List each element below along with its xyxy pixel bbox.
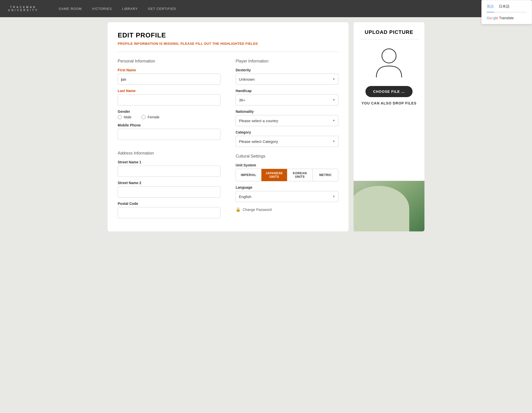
form-columns: Personal Information First Name Last Nam… [118, 59, 338, 222]
postal-label: Postal Code [118, 202, 220, 206]
street1-input[interactable] [118, 166, 220, 177]
dexterity-wrapper: Unknown ▼ [236, 74, 338, 85]
personal-info-column: Personal Information First Name Last Nam… [118, 59, 220, 222]
form-divider [118, 52, 338, 52]
gender-female-label: Female [148, 115, 159, 119]
handicap-label: Handicap [236, 89, 338, 93]
drop-files-text: YOU CAN ALSO DROP FILES [360, 101, 418, 105]
change-password-row[interactable]: 🔒 Change Password [236, 207, 338, 212]
address-section-title: Address Information [118, 151, 220, 156]
gender-female-radio[interactable] [141, 115, 146, 119]
address-section: Address Information Street Name 1 Street… [118, 151, 220, 222]
translate-popup: 英語 日本語 Google Translate [481, 0, 532, 24]
nationality-select[interactable]: Please select a country [236, 115, 338, 126]
unit-label: Unit System [236, 163, 338, 167]
upload-divider [360, 39, 418, 39]
upload-title: UPLOAD PICTURE [360, 29, 418, 35]
lock-icon: 🔒 [236, 207, 241, 212]
google-translate-label: Google Translate [487, 16, 527, 20]
profile-warning: PROFILE INFORMATION IS MISSING, PLEASE F… [118, 42, 338, 46]
golf-background [354, 181, 424, 231]
last-name-label: Last Name [118, 89, 220, 93]
language-wrapper: English ▼ [236, 191, 338, 202]
language-select[interactable]: English [236, 191, 338, 202]
unit-japanese-button[interactable]: JAPANESEUNITS [261, 169, 287, 181]
dexterity-label: Dexterity [236, 68, 338, 72]
avatar-container [360, 45, 418, 80]
street2-input[interactable] [118, 186, 220, 198]
gender-row: Male Female [118, 115, 220, 119]
form-card: EDIT PROFILE PROFILE INFORMATION IS MISS… [108, 22, 349, 231]
tab-japanese[interactable]: 日本語 [499, 4, 509, 10]
unit-metric-button[interactable]: METRIC [313, 169, 338, 181]
main-layout: EDIT PROFILE PROFILE INFORMATION IS MISS… [101, 17, 431, 236]
unit-imperial-button[interactable]: IMPERIAL [236, 169, 261, 181]
gender-label: Gender [118, 110, 220, 114]
svg-point-0 [382, 49, 396, 63]
gender-male-label: Male [124, 115, 131, 119]
gender-male-option[interactable]: Male [118, 115, 131, 119]
category-wrapper: Please select Category ▼ [236, 136, 338, 147]
change-password-label: Change Password [243, 208, 272, 212]
unit-korean-button[interactable]: KOREANUNITS [287, 169, 313, 181]
upload-card: UPLOAD PICTURE CHOOSE FILE ... YOU CAN A… [354, 22, 424, 231]
dexterity-select[interactable]: Unknown [236, 74, 338, 85]
choose-file-button[interactable]: CHOOSE FILE ... [365, 86, 413, 97]
mobile-label: Mobile Phone [118, 123, 220, 127]
handicap-select[interactable]: 36+ [236, 94, 338, 105]
gender-female-option[interactable]: Female [141, 115, 159, 119]
nationality-wrapper: Please select a country ▼ [236, 115, 338, 126]
player-info-column: Player Information Dexterity Unknown ▼ H… [236, 59, 338, 222]
handicap-wrapper: 36+ ▼ [236, 94, 338, 105]
category-select[interactable]: Please select Category [236, 136, 338, 147]
navigation: TRACKMAN UNIVERSITY GAME ROOM VICTORIES … [0, 0, 532, 17]
street2-label: Street Name 2 [118, 181, 220, 185]
page-title: EDIT PROFILE [118, 31, 338, 39]
nav-victories[interactable]: VICTORIES [92, 7, 112, 11]
cultural-section: Cultural Settings Unit System IMPERIAL J… [236, 154, 338, 212]
nav-library[interactable]: LIBRARY [122, 7, 138, 11]
nav-get-certified[interactable]: GET CERTIFIED [148, 7, 176, 11]
player-section-title: Player Information [236, 59, 338, 63]
tab-english[interactable]: 英語 [487, 4, 494, 12]
avatar-silhouette [371, 45, 407, 80]
unit-system-row: IMPERIAL JAPANESEUNITS KOREANUNITS METRI… [236, 169, 338, 181]
street1-label: Street Name 1 [118, 160, 220, 164]
translate-tabs: 英語 日本語 [487, 4, 527, 12]
category-label: Category [236, 130, 338, 134]
nav-links: GAME ROOM VICTORIES LIBRARY GET CERTIFIE… [59, 6, 176, 11]
first-name-label: First Name [118, 68, 220, 72]
mobile-input[interactable] [118, 129, 220, 140]
first-name-input[interactable] [118, 74, 220, 85]
postal-input[interactable] [118, 207, 220, 218]
nationality-label: Nationality [236, 110, 338, 114]
personal-section-title: Personal Information [118, 59, 220, 63]
cultural-section-title: Cultural Settings [236, 154, 338, 159]
logo: TRACKMAN UNIVERSITY [8, 6, 38, 12]
nav-game-room[interactable]: GAME ROOM [59, 7, 82, 11]
language-label: Language [236, 185, 338, 189]
gender-male-radio[interactable] [118, 115, 122, 119]
last-name-input[interactable] [118, 94, 220, 105]
